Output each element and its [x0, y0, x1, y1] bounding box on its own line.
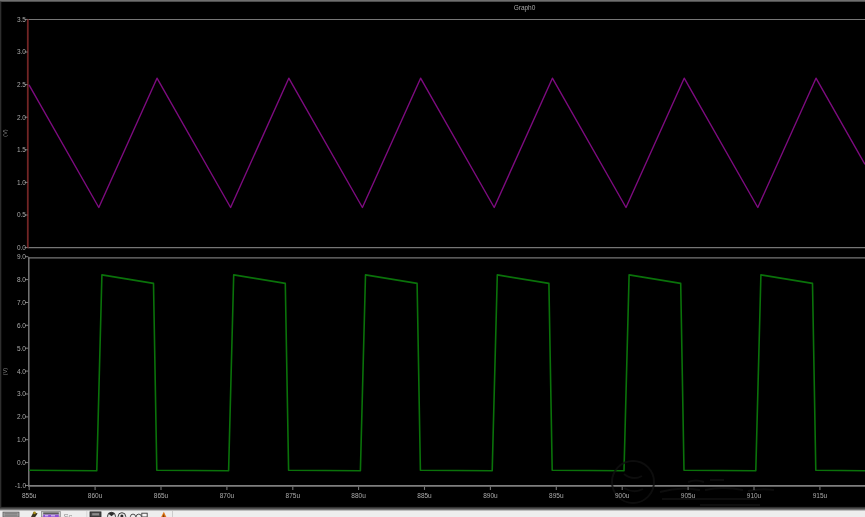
svg-text:910u: 910u: [747, 492, 762, 499]
svg-text:885u: 885u: [417, 492, 432, 499]
svg-text:855u: 855u: [22, 492, 37, 499]
svg-text:7.0: 7.0: [17, 299, 26, 306]
svg-text:905u: 905u: [681, 492, 696, 499]
svg-text:0.0: 0.0: [17, 459, 26, 466]
svg-text:Graph0: Graph0: [514, 4, 536, 12]
svg-text:1.0: 1.0: [17, 436, 26, 443]
svg-text:6.0: 6.0: [17, 322, 26, 329]
svg-text:1.0: 1.0: [17, 179, 26, 186]
svg-text:3.0: 3.0: [17, 390, 26, 397]
svg-text:870u: 870u: [220, 492, 235, 499]
svg-text:2.0: 2.0: [17, 114, 26, 121]
svg-text:0.0: 0.0: [17, 244, 26, 251]
svg-text:860u: 860u: [88, 492, 103, 499]
svg-text:5.0: 5.0: [17, 345, 26, 352]
svg-text:4.0: 4.0: [17, 368, 26, 375]
svg-text:865u: 865u: [154, 492, 169, 499]
svg-text:895u: 895u: [549, 492, 564, 499]
svg-text:-1.0: -1.0: [15, 482, 27, 489]
svg-text:3.5: 3.5: [17, 16, 26, 23]
svg-text:Sc: Sc: [64, 512, 73, 517]
svg-text:0.5: 0.5: [17, 211, 26, 218]
svg-text:900u: 900u: [615, 492, 630, 499]
svg-text:890u: 890u: [483, 492, 498, 499]
svg-text:915u: 915u: [813, 492, 828, 499]
svg-text:(V): (V): [2, 368, 8, 376]
svg-text:8.0: 8.0: [17, 276, 26, 283]
svg-text:2.0: 2.0: [17, 413, 26, 420]
svg-text:880u: 880u: [351, 492, 366, 499]
svg-text:2.5: 2.5: [17, 81, 26, 88]
svg-text:3.0: 3.0: [17, 48, 26, 55]
svg-text:9.0: 9.0: [17, 253, 26, 260]
svg-text:(V): (V): [2, 129, 8, 137]
svg-text:875u: 875u: [286, 492, 301, 499]
svg-text:1.5: 1.5: [17, 146, 26, 153]
